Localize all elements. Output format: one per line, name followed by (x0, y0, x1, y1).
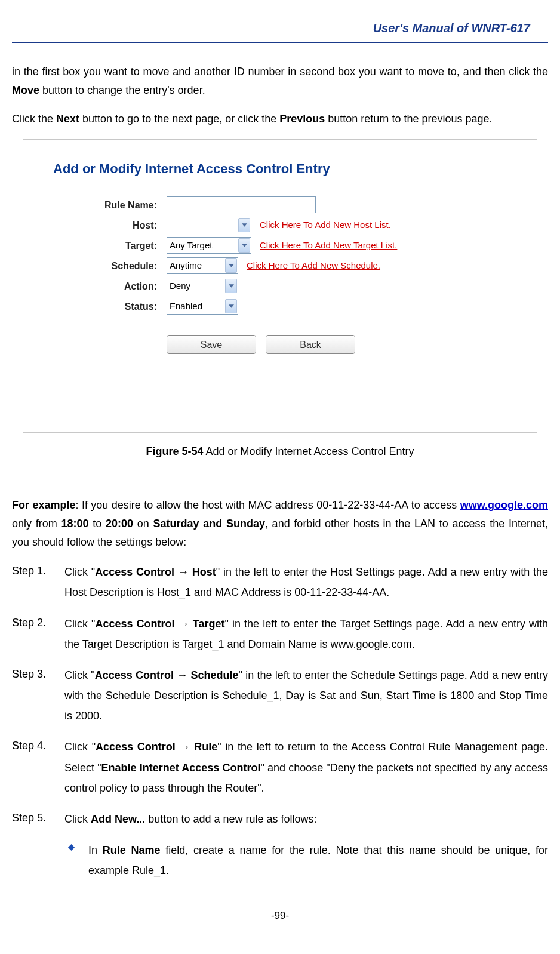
step-4: Step 4. Click "Access Control → Rule" in… (12, 737, 548, 798)
row-host: Host: Click Here To Add New Host List. (53, 217, 525, 233)
text: Click (64, 813, 91, 825)
save-button[interactable]: Save (167, 335, 256, 354)
example-paragraph: For example: If you desire to allow the … (12, 496, 548, 551)
intro-paragraph-1: in the first box you want to move and an… (12, 63, 548, 99)
step-4-bold-1: Access Control → Rule (96, 741, 217, 753)
for-example-bold: For example (12, 499, 75, 511)
status-dropdown[interactable]: Enabled (167, 298, 238, 315)
figure-number: Figure 5-54 (146, 445, 203, 457)
move-bold: Move (12, 84, 39, 96)
label-schedule: Schedule: (53, 258, 167, 274)
row-target: Target: Any Target Click Here To Add New… (53, 237, 525, 254)
text: in the first box you want to move and an… (12, 66, 548, 78)
text: : If you desire to allow the host with M… (75, 499, 460, 511)
step-1-bold: Access Control → Host (95, 566, 216, 578)
time-1800: 18:00 (61, 518, 88, 530)
figure-text: Add or Modify Internet Access Control En… (203, 445, 414, 457)
rule-name-bold: Rule Name (103, 844, 161, 856)
add-schedule-link[interactable]: Click Here To Add New Schedule. (247, 258, 380, 273)
text: only from (12, 518, 61, 530)
action-value: Deny (170, 278, 190, 294)
row-schedule: Schedule: Anytime Click Here To Add New … (53, 257, 525, 274)
host-dropdown[interactable] (167, 217, 251, 233)
page-number: -99- (12, 907, 548, 925)
days-bold: Saturday and Sunday (153, 518, 264, 530)
header-underline (12, 47, 548, 47)
text: on (133, 518, 153, 530)
button-row: Save Back (167, 335, 525, 354)
figure-caption: Figure 5-54 Add or Modify Internet Acces… (12, 442, 548, 461)
step-5-bold: Add New... (91, 813, 145, 825)
step-2: Step 2. Click "Access Control → Target" … (12, 614, 548, 654)
step-1: Step 1. Click "Access Control → Host" in… (12, 562, 548, 602)
step-3-bold: Access Control → Schedule (95, 669, 239, 681)
status-value: Enabled (170, 298, 202, 314)
row-rule-name: Rule Name: (53, 196, 525, 213)
text: Click " (64, 566, 95, 578)
text: button to change the entry's order. (39, 84, 205, 96)
schedule-dropdown[interactable]: Anytime (167, 257, 238, 274)
diamond-bullet-icon (64, 840, 88, 881)
chevron-down-icon (225, 279, 237, 293)
step-2-label: Step 2. (12, 614, 64, 654)
row-action: Action: Deny (53, 278, 525, 294)
intro-paragraph-2: Click the Next button to go to the next … (12, 110, 548, 128)
label-host: Host: (53, 217, 167, 233)
chevron-down-icon (238, 238, 250, 253)
bullet-rule-name: In Rule Name field, create a name for th… (64, 840, 548, 881)
step-5: Step 5. Click Add New... button to add a… (12, 809, 548, 829)
previous-bold: Previous (279, 113, 325, 125)
time-2000: 20:00 (106, 518, 133, 530)
label-target: Target: (53, 238, 167, 254)
step-2-bold: Access Control → Target (95, 618, 224, 630)
next-bold: Next (56, 113, 79, 125)
chevron-down-icon (225, 299, 237, 313)
text: to (89, 518, 106, 530)
target-value: Any Target (170, 238, 212, 253)
text: button to go to the next page, or click … (79, 113, 279, 125)
add-target-link[interactable]: Click Here To Add New Target List. (260, 238, 397, 253)
step-1-label: Step 1. (12, 562, 64, 602)
step-3-label: Step 3. (12, 665, 64, 727)
step-4-bold-2: Enable Internet Access Control (101, 762, 261, 774)
screenshot-title: Add or Modify Internet Access Control En… (53, 158, 525, 180)
schedule-value: Anytime (170, 258, 202, 273)
step-4-label: Step 4. (12, 737, 64, 798)
screenshot-figure: Add or Modify Internet Access Control En… (23, 139, 537, 433)
text: Click " (64, 741, 96, 753)
row-status: Status: Enabled (53, 298, 525, 315)
add-host-link[interactable]: Click Here To Add New Host List. (260, 217, 391, 233)
target-dropdown[interactable]: Any Target (167, 237, 251, 254)
label-action: Action: (53, 278, 167, 294)
text: button to add a new rule as follows: (145, 813, 316, 825)
text: button return to the previous page. (325, 113, 492, 125)
text: Click " (64, 669, 95, 681)
text: Click " (64, 618, 95, 630)
rule-name-input[interactable] (167, 196, 316, 213)
step-5-label: Step 5. (12, 809, 64, 829)
page-header-title: User's Manual of WNRT-617 (12, 18, 548, 43)
label-status: Status: (53, 298, 167, 315)
chevron-down-icon (238, 218, 250, 232)
google-link[interactable]: www.google.com (460, 499, 548, 511)
text: In (88, 844, 103, 856)
label-rule-name: Rule Name: (53, 197, 167, 213)
action-dropdown[interactable]: Deny (167, 278, 238, 294)
text: Click the (12, 113, 56, 125)
chevron-down-icon (225, 258, 237, 273)
back-button[interactable]: Back (266, 335, 355, 354)
step-3: Step 3. Click "Access Control → Schedule… (12, 665, 548, 727)
